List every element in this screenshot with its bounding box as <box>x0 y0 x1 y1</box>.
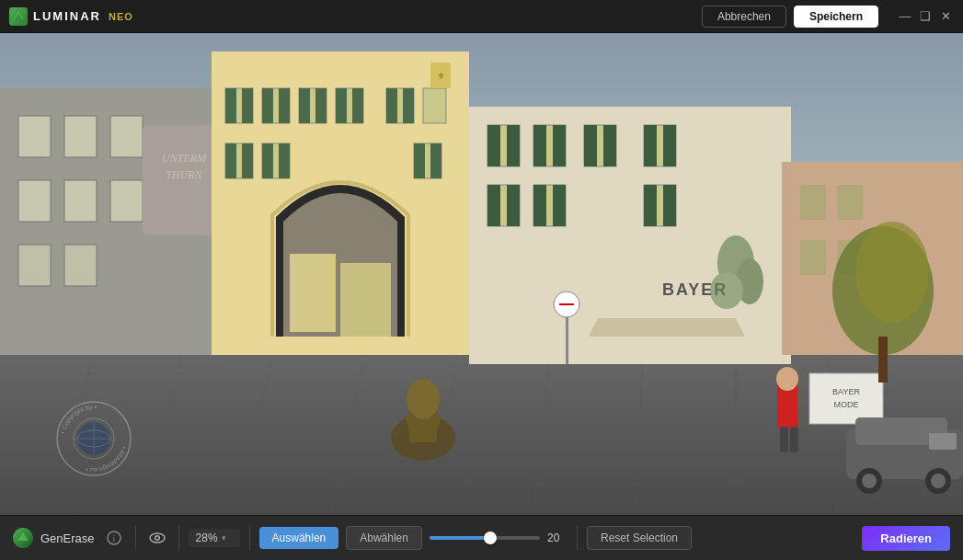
divider-3 <box>249 525 250 551</box>
slider-value: 20 <box>547 531 567 544</box>
svg-text:BAYER: BAYER <box>832 387 860 396</box>
svg-rect-46 <box>299 88 310 123</box>
svg-rect-65 <box>487 125 500 166</box>
svg-rect-72 <box>603 125 616 166</box>
svg-point-96 <box>855 222 929 323</box>
slider-track[interactable] <box>430 536 540 540</box>
logo-icon <box>9 7 28 26</box>
eye-section <box>145 526 169 550</box>
svg-rect-55 <box>242 143 253 178</box>
svg-rect-77 <box>487 185 500 226</box>
svg-rect-22 <box>18 116 51 157</box>
svg-rect-41 <box>423 88 446 123</box>
svg-rect-84 <box>663 185 676 226</box>
zoom-value: 28% <box>196 531 218 544</box>
svg-point-134 <box>155 537 158 540</box>
zoom-control[interactable]: 28% ▾ <box>189 529 240 547</box>
svg-rect-48 <box>336 88 347 123</box>
app-logo: LUMINAR NEO <box>9 7 133 26</box>
svg-marker-86 <box>589 318 745 337</box>
svg-rect-51 <box>403 88 414 123</box>
eye-button[interactable] <box>145 526 169 550</box>
svg-rect-27 <box>110 180 143 222</box>
slider-thumb[interactable] <box>484 531 497 544</box>
svg-rect-74 <box>644 125 657 166</box>
select-button[interactable]: Auswählen <box>259 527 339 549</box>
svg-rect-23 <box>64 116 97 157</box>
svg-rect-78 <box>507 185 520 226</box>
tool-name: GenErase <box>40 531 95 545</box>
svg-rect-29 <box>64 245 97 286</box>
tool-info: GenErase i <box>13 526 126 550</box>
bottom-toolbar: GenErase i 28% ▾ Auswählen Abwählen <box>0 515 963 560</box>
svg-rect-25 <box>18 180 51 222</box>
deselect-button[interactable]: Abwählen <box>346 526 422 550</box>
svg-rect-83 <box>644 185 657 226</box>
svg-rect-93 <box>800 240 826 275</box>
svg-rect-113 <box>929 433 957 450</box>
svg-rect-60 <box>430 143 441 178</box>
photo-canvas[interactable]: UNTERM THURN <box>0 33 963 515</box>
cancel-button[interactable]: Abbrechen <box>702 6 786 28</box>
svg-rect-87 <box>809 373 883 424</box>
svg-text:i: i <box>112 533 115 543</box>
close-button[interactable]: ✕ <box>937 8 954 25</box>
svg-rect-105 <box>780 427 788 452</box>
svg-rect-56 <box>262 143 273 178</box>
divider-4 <box>577 525 578 551</box>
svg-text:UNTERM: UNTERM <box>162 152 207 165</box>
svg-point-112 <box>931 474 946 488</box>
svg-rect-71 <box>584 125 597 166</box>
svg-rect-68 <box>533 125 546 166</box>
svg-rect-26 <box>64 180 97 222</box>
slider-fill <box>430 536 490 540</box>
svg-rect-97 <box>878 337 888 383</box>
svg-rect-54 <box>225 143 236 178</box>
restore-button[interactable]: ❑ <box>917 8 934 25</box>
svg-text:THURN: THURN <box>166 168 202 181</box>
svg-rect-66 <box>507 125 520 166</box>
svg-rect-57 <box>279 143 290 178</box>
zoom-arrow-icon: ▾ <box>222 533 226 543</box>
reset-selection-button[interactable]: Reset Selection <box>587 526 692 550</box>
divider-1 <box>135 525 136 551</box>
svg-rect-49 <box>352 88 363 123</box>
svg-rect-47 <box>315 88 327 123</box>
titlebar: LUMINAR NEO Abbrechen Speichern — ❑ ✕ <box>0 0 963 33</box>
svg-rect-24 <box>110 116 143 157</box>
brush-size-slider: 20 <box>430 531 567 544</box>
svg-rect-42 <box>225 88 236 123</box>
info-button[interactable]: i <box>102 526 126 550</box>
minimize-button[interactable]: — <box>897 8 913 25</box>
app-name: LUMINAR <box>33 9 101 23</box>
save-button[interactable]: Speichern <box>794 6 878 28</box>
svg-rect-80 <box>533 185 546 226</box>
svg-rect-45 <box>279 88 290 123</box>
svg-point-110 <box>862 474 877 488</box>
svg-rect-43 <box>242 88 253 123</box>
svg-rect-81 <box>553 185 566 226</box>
svg-rect-28 <box>18 245 51 286</box>
photo-scene: UNTERM THURN <box>0 33 963 515</box>
svg-point-104 <box>776 367 798 391</box>
svg-rect-50 <box>386 88 397 123</box>
selection-section: Auswählen Abwählen 20 <box>259 526 567 550</box>
svg-rect-35 <box>340 263 391 337</box>
svg-rect-44 <box>262 88 273 123</box>
generase-icon <box>13 528 33 548</box>
svg-rect-69 <box>553 125 566 166</box>
svg-rect-92 <box>837 185 863 220</box>
svg-rect-91 <box>800 185 826 220</box>
svg-text:⚜: ⚜ <box>437 71 445 81</box>
divider-2 <box>178 525 179 551</box>
svg-rect-106 <box>790 427 798 452</box>
svg-point-120 <box>710 272 743 309</box>
window-controls: — ❑ ✕ <box>897 8 954 25</box>
titlebar-buttons: Abbrechen Speichern — ❑ ✕ <box>702 6 954 28</box>
radieren-button[interactable]: Radieren <box>862 526 950 551</box>
zoom-section: 28% ▾ <box>189 529 240 547</box>
svg-text:MODE: MODE <box>834 400 859 409</box>
svg-point-100 <box>407 379 440 419</box>
svg-rect-59 <box>414 143 425 178</box>
svg-rect-34 <box>290 254 336 332</box>
